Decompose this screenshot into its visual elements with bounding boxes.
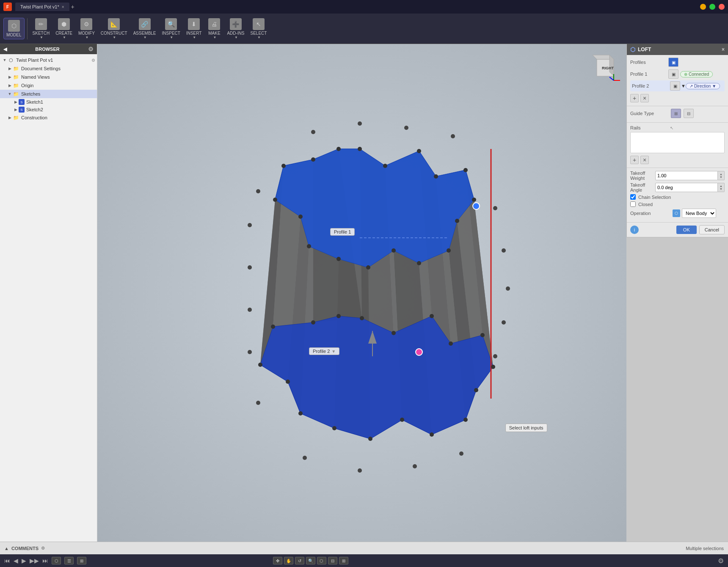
tree-item-sketches[interactable]: ▼ 📁 Sketches	[0, 90, 97, 98]
info-button[interactable]: i	[630, 226, 639, 234]
remove-profile-btn[interactable]: ×	[640, 94, 649, 102]
root-icon: ⬡	[8, 57, 14, 63]
grid-btn[interactable]: ⊟	[328, 557, 337, 564]
tree-item-construction[interactable]: ▶ 📁 Construction	[0, 113, 97, 122]
takeoff-angle-input[interactable]	[655, 183, 718, 192]
profile2-label[interactable]: Profile 2 ▼	[309, 347, 339, 355]
add-ins-icon: ➕	[230, 18, 242, 30]
tree-item-root[interactable]: ▼ ⬡ Twist Plant Pot v1 ⚙	[0, 56, 97, 64]
play-button[interactable]: ▶	[22, 557, 26, 564]
tree-expand-sketches[interactable]: ▼	[7, 91, 13, 97]
loft-close-icon[interactable]: ×	[722, 47, 725, 52]
guide-type-btn-2[interactable]: ⊟	[684, 109, 694, 118]
snap-btn[interactable]: ✤	[273, 557, 282, 564]
profiles-select-btn[interactable]: ▣	[668, 58, 678, 67]
rewind-button[interactable]: ⏮	[4, 557, 10, 564]
tree-item-origin[interactable]: ▶ 📁 Origin	[0, 81, 97, 90]
browser-collapse-icon[interactable]: ◀	[3, 47, 7, 52]
model-menu[interactable]: ⬡ MODEL	[3, 18, 25, 39]
tree-expand-origin[interactable]: ▶	[7, 83, 13, 88]
create-menu[interactable]: ⬢ CREATE▼	[53, 17, 75, 41]
profile1-label[interactable]: Profile 1	[330, 228, 355, 236]
profile2-dropdown[interactable]: ▼	[331, 349, 336, 354]
make-menu[interactable]: 🖨 MAKE▼	[205, 17, 223, 41]
rails-section: Rails ↖ + ×	[627, 123, 728, 168]
operation-label: Operation	[630, 211, 673, 216]
add-profile-btn[interactable]: +	[630, 94, 639, 102]
takeoff-weight-input[interactable]	[655, 171, 718, 180]
svg-point-29	[417, 149, 421, 153]
tree-expand-sketch2[interactable]: ▶	[13, 107, 19, 113]
chain-selection-label: Chain Selection	[638, 195, 671, 200]
browser-settings-icon[interactable]: ⚙	[88, 46, 94, 52]
new-tab-button[interactable]: +	[71, 3, 74, 10]
insert-icon: ⬇	[188, 18, 200, 30]
view-btn-1[interactable]: ⬡	[52, 557, 61, 564]
closed-checkbox[interactable]	[630, 201, 636, 207]
guide-type-btn-1[interactable]: ⊞	[671, 109, 681, 118]
svg-point-42	[281, 164, 286, 168]
comments-settings-icon[interactable]: ⚙	[41, 546, 45, 550]
forward-button[interactable]: ▶▶	[30, 557, 39, 564]
view-btn-2[interactable]: ☰	[64, 557, 74, 564]
close-tab-button[interactable]: ×	[62, 5, 64, 9]
back-button[interactable]: ◀	[14, 557, 18, 564]
tree-item-doc-settings[interactable]: ▶ 📁 Document Settings	[0, 64, 97, 73]
svg-point-69	[256, 401, 260, 405]
nav-cube[interactable]: RIGHT	[588, 51, 622, 85]
direction-badge[interactable]: ↗ Direction ▼	[686, 83, 720, 89]
minimize-button[interactable]	[700, 4, 706, 10]
ok-button[interactable]: OK	[676, 226, 697, 234]
close-window-button[interactable]	[719, 4, 725, 10]
add-rail-btn[interactable]: +	[630, 156, 639, 164]
profile1-options: ⊕ Connected	[680, 71, 713, 77]
svg-point-72	[506, 286, 510, 291]
takeoff-weight-row: Takeoff Weight ▲▼	[630, 171, 725, 181]
maximize-button[interactable]	[709, 4, 715, 10]
inspect-menu[interactable]: 🔍 INSPECT▼	[160, 17, 183, 41]
profile2-select-btn[interactable]: ▣	[670, 81, 680, 91]
select-menu[interactable]: ↖ SELECT▼	[248, 17, 270, 41]
tab-label: Twist Plant Pot v1*	[20, 4, 59, 9]
pan-btn[interactable]: ✋	[284, 557, 293, 564]
zoom-btn[interactable]: 🔍	[306, 557, 315, 564]
add-ins-menu[interactable]: ➕ ADD-INS▼	[224, 17, 247, 41]
tree-item-sketch1[interactable]: ▶ S Sketch1	[0, 98, 97, 106]
render-btn[interactable]: ⊞	[339, 557, 348, 564]
comments-expand-icon[interactable]: ▲	[4, 546, 9, 551]
orbit-btn[interactable]: ↺	[295, 557, 304, 564]
model-canvas[interactable]: Profile 1 Profile 2 ▼ Select loft inputs	[97, 44, 626, 542]
tree-expand-construction[interactable]: ▶	[7, 115, 13, 121]
tree-item-named-views[interactable]: ▶ 📁 Named Views	[0, 73, 97, 81]
takeoff-angle-arrows[interactable]: ▲▼	[718, 183, 725, 192]
takeoff-weight-arrows[interactable]: ▲▼	[718, 171, 725, 180]
end-button[interactable]: ⏭	[42, 557, 48, 564]
insert-menu[interactable]: ⬇ INSERT▼	[184, 17, 204, 41]
profile2-dropdown-arrow[interactable]: ▼	[681, 83, 686, 88]
settings-button[interactable]: ⚙	[718, 557, 724, 565]
tree-expand-sketch1[interactable]: ▶	[13, 99, 19, 105]
construct-menu[interactable]: 📐 CONSTRUCT▼	[98, 17, 130, 41]
view-btn-3[interactable]: ⊞	[77, 557, 86, 564]
tree-item-sketch2[interactable]: ▶ S Sketch2	[0, 106, 97, 113]
view-cube-btn[interactable]: ⬡	[317, 557, 326, 564]
guide-type-label: Guide Type	[630, 111, 668, 116]
assemble-menu[interactable]: 🔗 ASSEMBLE▼	[131, 17, 159, 41]
sketch-menu[interactable]: ✏ SKETCH▼	[30, 17, 52, 41]
tree-expand-doc[interactable]: ▶	[7, 66, 13, 72]
svg-point-30	[434, 174, 438, 179]
tree-expand-named-views[interactable]: ▶	[7, 74, 13, 80]
remove-rail-btn[interactable]: ×	[640, 156, 649, 164]
root-settings-icon[interactable]: ⚙	[91, 58, 95, 63]
operation-select[interactable]: New Body Join Cut Intersect	[682, 209, 716, 218]
profile1-select-btn[interactable]: ▣	[668, 69, 678, 79]
modify-label: MODIFY	[78, 31, 95, 36]
toolbar: ⬡ MODEL ✏ SKETCH▼ ⬢ CREATE▼ ⚙ MODIFY▼ 📐 …	[0, 14, 728, 44]
modify-menu[interactable]: ⚙ MODIFY▼	[76, 17, 97, 41]
comments-label: COMMENTS	[11, 546, 39, 551]
tree-expand-root[interactable]: ▼	[2, 57, 8, 63]
connected-badge[interactable]: ⊕ Connected	[680, 71, 713, 77]
cancel-button[interactable]: Cancel	[699, 225, 725, 234]
chain-selection-checkbox[interactable]	[630, 194, 636, 200]
tab[interactable]: Twist Plant Pot v1* ×	[15, 3, 69, 11]
